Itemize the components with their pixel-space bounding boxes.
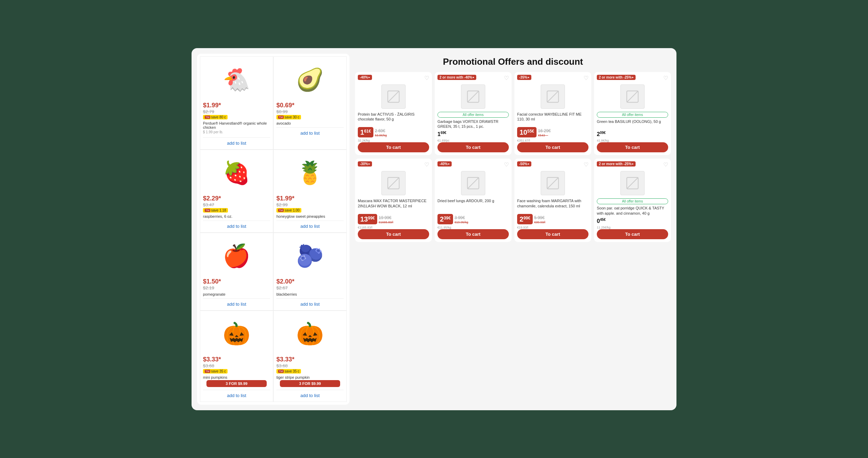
promo-badge: 3 FOR $9.99 [206,380,267,387]
sale-price: $2.29* [203,195,221,202]
offer-price-old-per: €39.93/l [534,221,545,224]
discount-badge: -35%▸ [517,75,531,80]
add-to-list-button[interactable]: add to list [203,137,270,146]
offer-price-old-per: €1665.83/l [379,221,393,224]
offer-price-main: 1399€ [358,214,377,224]
product-emoji: 🥑 [296,67,324,93]
product-cell-pomegranate: 🍎 $1.50* $2.19 pomegranate add to list [200,233,273,311]
to-cart-button[interactable]: To cart [517,229,588,239]
product-name: raspberries, 6 oz. [203,214,270,218]
discount-badge: 2 or more with -40%▸ [437,75,476,80]
add-to-list-button[interactable]: add to list [276,127,344,136]
product-image: 🍎 [218,237,256,275]
heart-icon[interactable]: ♡ [584,75,588,81]
sale-price: $1.99* [203,102,221,109]
save-badge: TMsave 35 c [276,369,301,374]
product-name: tiger stripe pumpkin [276,375,344,379]
heart-icon[interactable]: ♡ [504,161,509,168]
product-image: 🥑 [291,61,329,99]
product-emoji: 🍓 [223,160,250,186]
add-to-list-button[interactable]: add to list [276,221,344,230]
to-cart-button[interactable]: To cart [517,142,588,152]
save-badge: TMsave 80 c [203,115,228,119]
product-cell-mini-pumpkins: 🎃 $3.33* $3.68 TMsave 35 c mini pumpkins… [200,311,273,402]
offer-price-old-per: 53.8€/kg [375,134,387,137]
price-block: 299€ 5 99€ €39.93/l [517,214,588,224]
offer-image-placeholder [381,171,406,195]
offer-image-area [597,83,668,110]
heart-icon[interactable]: ♡ [663,75,668,81]
heart-icon[interactable]: ♡ [424,75,429,81]
offer-image-placeholder [381,84,406,109]
product-emoji: 🫐 [296,243,324,269]
offer-product-name: Green tea BASILUR (OOLONG), 50 g [597,119,668,129]
offer-price-per: €19.93/l [517,226,588,229]
discount-badge: -30%▸ [358,161,372,167]
add-to-list-button[interactable]: add to list [203,298,270,307]
offer-price-old: 2 69€ [375,128,385,133]
save-badge: TMsave 1.00 [276,208,301,213]
offer-image-area [597,169,668,197]
offer-price-simple: 045€ [597,218,606,224]
sale-price: $3.33* [276,356,294,363]
heart-icon[interactable]: ♡ [504,75,509,81]
product-cell-chicken: 🐔 $1.99* $2.79 TMsave 80 c Perdue® Harve… [200,56,273,150]
offer-image-area [437,169,509,197]
product-unit: $ 1.99 per lb. [203,130,270,134]
to-cart-button[interactable]: To cart [437,229,509,239]
offer-product-name: Face washing foam MARGARITA with chamomi… [517,198,588,212]
heart-icon[interactable]: ♡ [584,161,588,168]
add-to-list-button[interactable]: add to list [276,390,344,399]
sale-price: $2.00* [276,278,294,285]
offer-price-old-per: €543— [538,134,551,137]
discount-badge: 2 or more with -25%▸ [597,161,636,167]
offer-price-old: 16 29€ [538,128,551,133]
svg-line-1 [388,91,399,102]
product-name: pomegranate [203,292,270,296]
heart-icon[interactable]: ♡ [663,161,668,168]
add-to-list-button[interactable]: add to list [203,221,270,230]
main-container: 🐔 $1.99* $2.79 TMsave 80 c Perdue® Harve… [192,48,676,410]
offer-card-top: -35%▸ ♡ [517,75,588,81]
price-row: $1.99* $2.79 TMsave 80 c [203,102,270,119]
original-price: $2.99 [276,202,288,207]
svg-line-5 [547,91,559,102]
product-emoji: 🍎 [223,243,250,269]
to-cart-button[interactable]: To cart [358,142,429,152]
promo-badge: 3 FOR $9.99 [280,380,340,387]
product-cell-raspberries: 🍓 $2.29* $3.47 TMsave 1.18 raspberries, … [200,150,273,233]
offer-price-main: 299€ [517,214,533,224]
product-image: 🐔 [218,61,256,99]
svg-line-3 [468,91,479,102]
offer-price-old: 5 99€ [534,215,544,220]
product-emoji: 🎃 [223,321,250,347]
offer-card-beef-lungs: -40%▸ ♡ Dried beef lungs ARDOUR, 200 g 2… [435,159,512,242]
product-cell-pineapple: 🍍 $1.99* $2.99 TMsave 1.00 honeyglow swe… [273,150,347,233]
product-image: 🫐 [291,237,329,275]
heart-icon[interactable]: ♡ [424,161,429,168]
original-price: $0.99 [276,109,288,114]
offer-price-per: €11.95/kg [437,226,509,229]
price-old-block: 19 99€ €1665.83/l [379,214,393,224]
offer-price-main: 1055€ [517,127,537,137]
to-cart-button[interactable]: To cart [437,142,509,152]
product-emoji: 🎃 [296,321,324,347]
discount-badge: 2 or more with -25%▸ [597,75,636,80]
product-emoji: 🍍 [296,160,324,186]
discount-badge: -40%▸ [358,75,372,80]
to-cart-button[interactable]: To cart [597,142,668,152]
add-to-list-button[interactable]: add to list [276,298,344,307]
add-to-list-button[interactable]: add to list [203,390,270,399]
all-offer-badge: All offer items [437,112,509,118]
price-old-block: 2 69€ 53.8€/kg [375,127,387,137]
price-row: $1.99* $2.99 TMsave 1.00 [276,195,344,213]
svg-line-15 [627,178,638,189]
offer-price-per: 11.25€/kg [597,226,668,229]
sale-price: $3.33* [203,356,221,363]
offer-price-per: €351.67/l [517,139,588,142]
offer-image-placeholder [541,84,565,109]
svg-line-13 [547,178,559,189]
to-cart-button[interactable]: To cart [358,229,429,239]
to-cart-button[interactable]: To cart [597,229,668,239]
original-price: $2.79 [203,109,214,114]
